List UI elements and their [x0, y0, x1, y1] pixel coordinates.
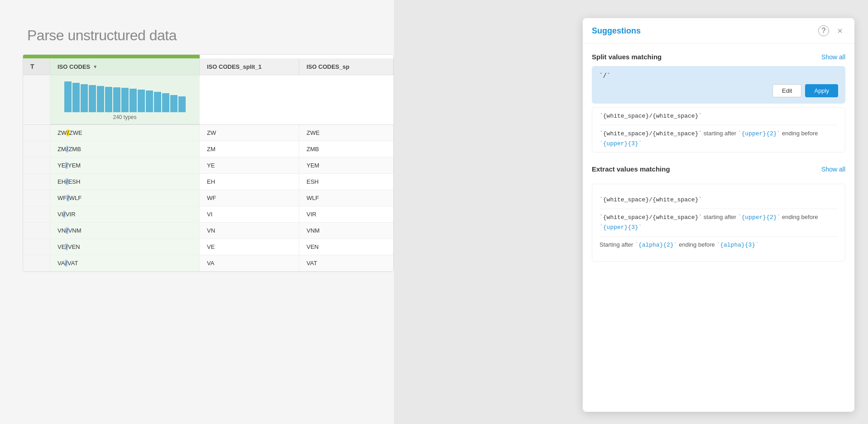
highlighted-pattern-card: `/` Edit Apply	[592, 66, 845, 104]
bar	[89, 85, 96, 112]
card-actions: Edit Apply	[599, 84, 838, 97]
table-row: ZW/ZWE ZW ZWE	[23, 125, 393, 141]
table-row: WF/WLF WF WLF	[23, 190, 393, 206]
pattern-text: `{white_space}/{white_space}`	[599, 113, 702, 119]
inline-code: `{upper}{2}`	[738, 214, 781, 221]
extract-section-title: Extract values matching	[592, 165, 670, 173]
split-item[interactable]: `{white_space}/{white_space}`	[599, 108, 838, 125]
cell-split1: ZW	[200, 125, 299, 141]
cell-iso: ZW/ZWE	[50, 125, 200, 141]
pattern-text: `{white_space}/{white_space}`	[599, 130, 702, 137]
cell-t	[23, 141, 50, 157]
table-header: T ISO CODES ▼ ISO CODES_split_1 ISO CODE…	[23, 58, 393, 75]
slash-highlight: /	[65, 162, 68, 169]
close-button[interactable]: ×	[834, 25, 845, 36]
dropdown-icon[interactable]: ▼	[93, 64, 97, 69]
split-item[interactable]: `{white_space}/{white_space}` starting a…	[599, 125, 838, 152]
pattern-text: `{white_space}/{white_space}`	[599, 196, 702, 203]
page-title: Parse unstructured data	[27, 27, 177, 44]
cell-split1: VA	[200, 255, 299, 271]
table-row: EH/ESH EH ESH	[23, 174, 393, 190]
split-section-header: Split values matching Show all	[592, 53, 845, 61]
bar	[121, 88, 129, 112]
cell-split2: ZWE	[299, 125, 393, 141]
inline-code: `{upper}{3}`	[599, 224, 642, 231]
bar	[72, 83, 80, 112]
bar	[129, 89, 137, 112]
cell-split1: VN	[200, 223, 299, 238]
cell-t	[23, 125, 50, 141]
bar	[162, 93, 169, 112]
slash-highlight: /	[65, 243, 68, 250]
bar	[170, 95, 177, 112]
cell-iso: VI/VIR	[50, 206, 200, 222]
cell-split2: VIR	[299, 206, 393, 222]
split-show-all-link[interactable]: Show all	[821, 53, 845, 61]
slash-highlight: /	[66, 227, 68, 234]
inline-code: `{alpha}{3}`	[716, 242, 759, 248]
histogram-label: 240 types	[113, 114, 136, 120]
slash-highlight: /	[66, 146, 69, 152]
cell-t	[23, 174, 50, 190]
cell-split2: WLF	[299, 190, 393, 206]
column-header-iso: ISO CODES ▼	[50, 58, 200, 75]
extract-section-header: Extract values matching Show all	[592, 165, 845, 173]
cell-split2: YEM	[299, 157, 393, 173]
split-patterns-box: `{white_space}/{white_space}` `{white_sp…	[592, 107, 845, 152]
column-header-t: T	[23, 58, 50, 75]
table-top-bar	[23, 55, 200, 58]
bar	[146, 91, 153, 112]
table-row: VE/VEN VE VEN	[23, 239, 393, 255]
bar	[97, 86, 104, 112]
split-items: `{white_space}/{white_space}` `{white_sp…	[592, 108, 845, 152]
cell-t	[23, 190, 50, 206]
table-row: ZM/ZMB ZM ZMB	[23, 141, 393, 157]
cell-split1: VE	[200, 239, 299, 255]
cell-iso: VA/VAT	[50, 255, 200, 271]
highlighted-pattern-text: `/`	[599, 72, 838, 80]
apply-button[interactable]: Apply	[805, 84, 838, 97]
slash-highlight: /	[65, 260, 67, 267]
inline-code: `{upper}{2}`	[738, 130, 781, 137]
column-header-split1: ISO CODES_split_1	[200, 58, 299, 75]
edit-button[interactable]: Edit	[772, 84, 801, 97]
table-row: VN/VNM VN VNM	[23, 223, 393, 239]
inline-code: `{upper}{3}`	[599, 140, 642, 147]
cell-split2: VEN	[299, 239, 393, 255]
bar	[178, 96, 186, 112]
slash-highlight: /	[63, 211, 66, 218]
extract-item[interactable]: Starting after `{alpha}{2}` ending befor…	[599, 237, 838, 254]
table-row: VI/VIR VI VIR	[23, 206, 393, 223]
extract-patterns-box: `{white_space}/{white_space}` `{white_sp…	[592, 184, 845, 261]
slash-highlight: /	[66, 178, 68, 185]
help-button[interactable]: ?	[818, 25, 829, 36]
pattern-text: `{white_space}/{white_space}`	[599, 214, 702, 221]
cell-iso: WF/WLF	[50, 190, 200, 206]
cell-iso: YE/YEM	[50, 157, 200, 173]
cell-iso: ZM/ZMB	[50, 141, 200, 157]
suggestions-content: Split values matching Show all `/` Edit …	[583, 44, 854, 410]
suggestions-header: Suggestions ? ×	[583, 18, 854, 44]
inline-code: `{alpha}{2}`	[635, 242, 677, 248]
bar	[154, 92, 161, 112]
cell-t	[23, 239, 50, 255]
cell-iso: EH/ESH	[50, 174, 200, 190]
extract-item[interactable]: `{white_space}/{white_space}` starting a…	[599, 209, 838, 237]
extract-item[interactable]: `{white_space}/{white_space}`	[599, 191, 838, 209]
slash-highlight: /	[67, 195, 69, 201]
column-header-split2: ISO CODES_sp	[299, 58, 393, 75]
cell-split2: ESH	[299, 174, 393, 190]
header-icons: ? ×	[818, 25, 845, 36]
cell-split1: ZM	[200, 141, 299, 157]
cell-split2: VNM	[299, 223, 393, 238]
cell-t	[23, 223, 50, 238]
bar	[105, 87, 112, 112]
data-table: T ISO CODES ▼ ISO CODES_split_1 ISO CODE…	[23, 54, 394, 272]
cell-split1: VI	[200, 206, 299, 222]
extract-show-all-link[interactable]: Show all	[821, 166, 845, 173]
cell-split1: YE	[200, 157, 299, 173]
bar	[138, 90, 145, 112]
cell-split1: WF	[200, 190, 299, 206]
split-section-title: Split values matching	[592, 53, 662, 61]
suggestions-title: Suggestions	[592, 26, 641, 36]
